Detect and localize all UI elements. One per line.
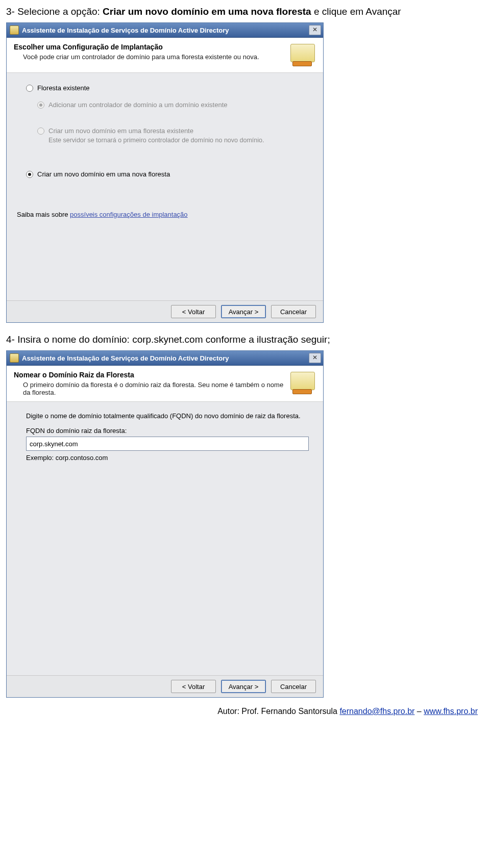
footer-author: Autor: Prof. Fernando Santorsula <box>217 707 339 716</box>
page-footer: Autor: Prof. Fernando Santorsula fernand… <box>6 698 484 716</box>
header-title: Escolher uma Configuração de Implantação <box>14 43 287 51</box>
step3-prefix: 3- Selecione a opção: <box>6 6 103 17</box>
step3-bold: Criar um novo domínio em uma nova flores… <box>103 6 311 17</box>
learn-more-prefix: Saiba mais sobre <box>17 211 70 218</box>
learn-more-link[interactable]: possíveis configurações de implantação <box>70 211 188 218</box>
titlebar: Assistente de Instalação de Serviços de … <box>7 351 323 366</box>
fqdn-example: Exemplo: corp.contoso.com <box>26 454 313 462</box>
dialog1-title: Assistente de Instalação de Serviços de … <box>22 27 309 34</box>
radio-label: Adicionar um controlador de domínio a um… <box>48 101 227 109</box>
step4-bold: corp.skynet.com <box>132 334 203 345</box>
wizard-dialog-deployment: Assistente de Instalação de Serviços de … <box>6 22 324 323</box>
cancel-button[interactable]: Cancelar <box>271 305 316 318</box>
close-icon[interactable]: ✕ <box>309 353 321 363</box>
radio-label: Floresta existente <box>37 84 90 92</box>
footer-email-link[interactable]: fernando@fhs.pro.br <box>339 707 414 716</box>
footer-site-link[interactable]: www.fhs.pro.br <box>424 707 478 716</box>
header-desc: Você pode criar um controlador de domíni… <box>14 51 287 61</box>
step4-prefix: 4- Insira o nome do domínio: <box>6 334 132 345</box>
wizard-buttons: < Voltar Avançar > Cancelar <box>7 300 323 322</box>
header-title: Nomear o Domínio Raiz da Floresta <box>14 371 287 379</box>
step4-suffix: conforme a ilustração seguir; <box>203 334 330 345</box>
dialog2-title: Assistente de Instalação de Serviços de … <box>22 354 309 362</box>
radio-icon <box>37 101 44 109</box>
close-icon[interactable]: ✕ <box>309 25 321 35</box>
fqdn-input[interactable] <box>26 437 309 451</box>
radio-icon <box>37 127 44 135</box>
next-button[interactable]: Avançar > <box>221 305 266 318</box>
fqdn-instruction: Digite o nome de domínio totalmente qual… <box>26 412 313 420</box>
app-icon <box>10 25 19 35</box>
fqdn-field-label: FQDN do domínio raiz da floresta: <box>26 427 313 435</box>
radio-existing-forest[interactable]: Floresta existente <box>26 84 313 92</box>
radio-new-forest[interactable]: Criar um novo domínio em uma nova flores… <box>26 170 313 178</box>
wizard-dialog-name-root: Assistente de Instalação de Serviços de … <box>6 350 324 698</box>
doc-step-3: 3- Selecione a opção: Criar um novo domí… <box>6 6 484 17</box>
radio-label: Criar um novo domínio em uma nova flores… <box>37 170 170 178</box>
titlebar: Assistente de Instalação de Serviços de … <box>7 23 323 38</box>
wizard-body: Floresta existente Adicionar um controla… <box>7 73 323 300</box>
footer-dash: – <box>414 707 424 716</box>
app-icon <box>10 353 19 363</box>
radio-icon <box>26 85 33 92</box>
header-desc: O primeiro domínio da floresta é o domín… <box>14 379 287 396</box>
wizard-header: Escolher uma Configuração de Implantação… <box>7 38 323 73</box>
book-icon <box>287 43 316 67</box>
doc-step-4: 4- Insira o nome do domínio: corp.skynet… <box>6 334 484 345</box>
radio-add-controller: Adicionar um controlador de domínio a um… <box>37 101 313 109</box>
learn-more: Saiba mais sobre possíveis configurações… <box>17 211 313 218</box>
radio-label: Criar um novo domínio em uma floresta ex… <box>48 127 193 135</box>
back-button[interactable]: < Voltar <box>171 680 216 693</box>
back-button[interactable]: < Voltar <box>171 305 216 318</box>
cancel-button[interactable]: Cancelar <box>271 680 316 693</box>
wizard-body: Digite o nome de domínio totalmente qual… <box>7 402 323 675</box>
radio-icon <box>26 171 33 178</box>
radio-note: Este servidor se tornará o primeiro cont… <box>48 137 313 144</box>
next-button[interactable]: Avançar > <box>221 680 266 693</box>
wizard-buttons: < Voltar Avançar > Cancelar <box>7 675 323 697</box>
book-icon <box>287 371 316 395</box>
wizard-header: Nomear o Domínio Raiz da Floresta O prim… <box>7 366 323 402</box>
step3-suffix: e clique em Avançar <box>311 6 401 17</box>
radio-new-domain-existing-forest: Criar um novo domínio em uma floresta ex… <box>37 127 313 135</box>
